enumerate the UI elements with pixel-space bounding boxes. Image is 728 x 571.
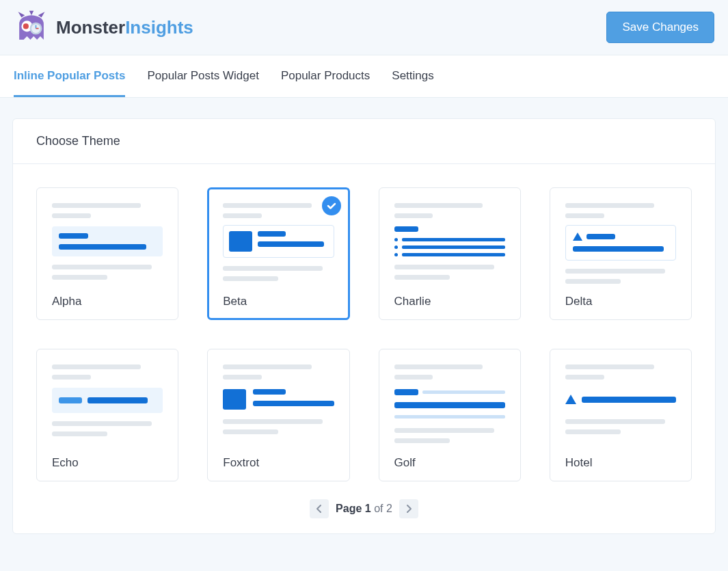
theme-preview (223, 364, 334, 447)
tab-bar: Inline Popular Posts Popular Posts Widge… (0, 55, 728, 98)
tab-popular-products[interactable]: Popular Products (281, 55, 370, 97)
content-area: Choose Theme Alpha (0, 98, 728, 555)
theme-label: Alpha (52, 295, 163, 308)
theme-card-echo[interactable]: Echo (36, 349, 178, 481)
chevron-right-icon (406, 505, 412, 513)
chevron-left-icon (316, 505, 322, 513)
tab-settings[interactable]: Settings (392, 55, 433, 97)
pagination-text: Page 1 of 2 (336, 503, 392, 515)
theme-label: Golf (394, 456, 505, 470)
theme-preview (394, 203, 505, 285)
theme-label: Delta (565, 295, 676, 308)
brand-logo: MonsterInsights (14, 10, 193, 45)
theme-card-alpha[interactable]: Alpha (36, 187, 178, 320)
theme-grid: Alpha (13, 164, 715, 488)
theme-card-charlie[interactable]: Charlie (379, 187, 521, 320)
next-page-button[interactable] (399, 499, 418, 518)
panel-title: Choose Theme (13, 119, 715, 164)
svg-point-1 (23, 23, 29, 29)
monster-logo-icon (14, 10, 49, 45)
save-changes-button[interactable]: Save Changes (606, 12, 714, 43)
theme-preview (223, 203, 334, 285)
checkmark-icon (322, 196, 341, 215)
pagination: Page 1 of 2 (13, 488, 715, 533)
theme-label: Hotel (565, 456, 676, 470)
theme-card-beta[interactable]: Beta (207, 187, 349, 320)
tab-inline-popular-posts[interactable]: Inline Popular Posts (14, 55, 125, 97)
theme-label: Beta (223, 295, 334, 308)
theme-preview (394, 364, 505, 447)
prev-page-button[interactable] (310, 499, 329, 518)
theme-preview (52, 364, 163, 447)
header: MonsterInsights Save Changes (0, 0, 728, 55)
theme-preview (565, 364, 676, 447)
theme-card-delta[interactable]: Delta (550, 187, 692, 320)
theme-card-foxtrot[interactable]: Foxtrot (207, 349, 349, 481)
theme-card-golf[interactable]: Golf (379, 349, 521, 481)
tab-popular-posts-widget[interactable]: Popular Posts Widget (147, 55, 258, 97)
theme-label: Charlie (394, 295, 505, 308)
choose-theme-panel: Choose Theme Alpha (12, 118, 716, 534)
theme-preview (565, 203, 676, 285)
theme-label: Echo (52, 456, 163, 470)
theme-card-hotel[interactable]: Hotel (550, 349, 692, 481)
theme-preview (52, 203, 163, 285)
theme-label: Foxtrot (223, 456, 334, 470)
brand-name: MonsterInsights (56, 17, 193, 38)
